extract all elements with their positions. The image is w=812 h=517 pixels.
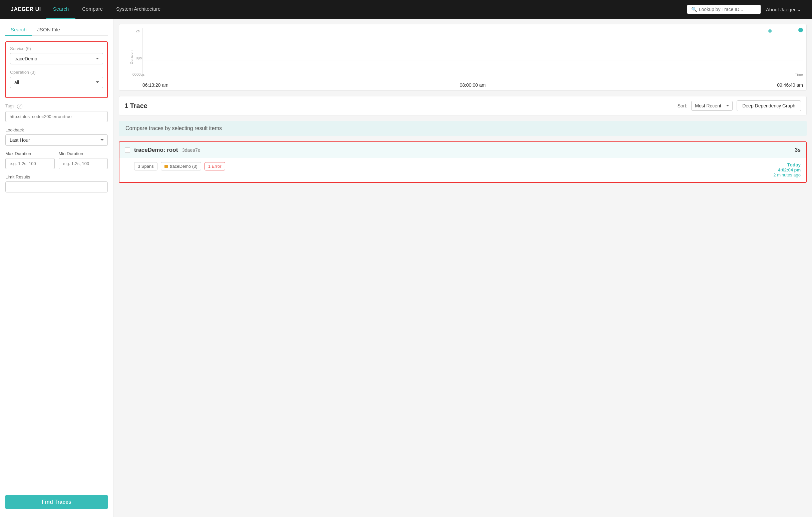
trace-name: traceDemo: root 3daea7e [134, 147, 791, 153]
service-label: Service (6) [10, 46, 103, 51]
trace-select-checkbox[interactable] [125, 147, 130, 153]
operation-field: Operation (3) all [10, 70, 103, 88]
trace-card-header[interactable]: traceDemo: root 3daea7e 3s [119, 142, 806, 158]
max-duration-field: Max Duration [5, 151, 55, 169]
service-select[interactable]: traceDemo [10, 53, 103, 64]
chart-y-label-2s: 2s [136, 29, 140, 33]
brand-logo: JAEGER UI [5, 6, 47, 12]
main-layout: Search JSON File Service (6) traceDemo O… [0, 19, 812, 517]
find-traces-button[interactable]: Find Traces [5, 495, 108, 509]
sort-label: Sort: [677, 103, 688, 108]
compare-hint-bar: Compare traces by selecting result items [119, 121, 807, 136]
nav-item-compare[interactable]: Compare [76, 0, 109, 19]
chart-x-label-2: 08:00:00 am [460, 82, 486, 88]
chart-svg [143, 28, 803, 77]
trace-id-search-box: 🔍 [687, 5, 761, 14]
min-duration-input[interactable] [59, 158, 108, 169]
results-count: 1 Trace [124, 102, 673, 110]
trace-meta: 3 Spans traceDemo (3) 1 Error [134, 162, 768, 170]
chart-x-label-3: 09:46:40 am [777, 82, 803, 88]
navbar: JAEGER UI Search Compare System Architec… [0, 0, 812, 19]
chart-y-label-0000: 0000μs [133, 73, 144, 76]
service-operation-section: Service (6) traceDemo Operation (3) all [5, 41, 108, 98]
chart-y-title: Duration [129, 50, 134, 64]
about-jaeger-menu[interactable]: About Jaeger ⌄ [761, 6, 807, 12]
trace-time-info: Today 4:02:04 pm 2 minutes ago [773, 162, 801, 177]
sidebar: Search JSON File Service (6) traceDemo O… [0, 19, 113, 517]
min-duration-field: Min Duration [59, 151, 108, 169]
max-duration-label: Max Duration [5, 151, 55, 156]
trace-ago: 2 minutes ago [773, 172, 801, 177]
service-field: Service (6) traceDemo [10, 46, 103, 64]
chart-x-labels: 06:13:20 am 08:00:00 am 09:46:40 am [142, 82, 803, 88]
spans-badge[interactable]: 3 Spans [134, 162, 157, 170]
lookback-field: Lookback Last Hour Last 2 Hours Last 6 H… [5, 127, 108, 146]
tags-help-icon[interactable]: ? [17, 104, 22, 109]
lookback-select[interactable]: Last Hour Last 2 Hours Last 6 Hours Last… [5, 135, 108, 146]
operation-label: Operation (3) [10, 70, 103, 75]
duration-row: Max Duration Min Duration [5, 151, 108, 169]
svg-point-2 [768, 29, 772, 33]
chart-plot-area [142, 28, 803, 77]
limit-label: Limit Results [5, 174, 108, 179]
deep-dependency-graph-button[interactable]: Deep Dependency Graph [736, 100, 801, 111]
limit-input[interactable]: 20 [5, 181, 108, 193]
results-header: 1 Trace Sort: Most Recent Longest First … [119, 96, 807, 115]
tab-json-file[interactable]: JSON File [32, 24, 65, 36]
trace-date: Today [773, 162, 801, 167]
service-color-dot [165, 165, 168, 168]
tags-input[interactable] [5, 111, 108, 122]
sidebar-tabs: Search JSON File [5, 24, 108, 36]
tab-search[interactable]: Search [5, 24, 32, 36]
search-icon: 🔍 [691, 7, 697, 12]
main-content: Duration 2s 0μs 0000μs 06:13:20 am 08:00… [113, 19, 812, 517]
limit-results-field: Limit Results 20 [5, 174, 108, 193]
trace-duration: 3s [795, 147, 801, 153]
trace-id: 3daea7e [182, 147, 201, 153]
chevron-down-icon: ⌄ [797, 6, 801, 12]
error-badge[interactable]: 1 Error [204, 162, 225, 170]
sort-select[interactable]: Most Recent Longest First Shortest First… [691, 101, 733, 111]
lookback-label: Lookback [5, 127, 108, 133]
nav-item-system-architecture[interactable]: System Architecture [109, 0, 167, 19]
trace-time: 4:02:04 pm [773, 167, 801, 172]
trace-card: traceDemo: root 3daea7e 3s 3 Spans trace… [119, 141, 807, 183]
service-badge[interactable]: traceDemo (3) [161, 162, 201, 170]
tags-label: Tags ? [5, 104, 108, 109]
nav-items: Search Compare System Architecture [47, 0, 367, 19]
trace-scatter-chart: Duration 2s 0μs 0000μs 06:13:20 am 08:00… [119, 24, 807, 91]
tags-field: Tags ? [5, 104, 108, 122]
chart-x-label-1: 06:13:20 am [142, 82, 169, 88]
chart-time-label: Time [795, 73, 803, 76]
trace-id-input[interactable] [699, 7, 757, 12]
nav-item-search[interactable]: Search [47, 0, 76, 19]
min-duration-label: Min Duration [59, 151, 108, 156]
chart-y-label-0us: 0μs [136, 56, 142, 60]
about-jaeger-label: About Jaeger [766, 7, 796, 12]
operation-select[interactable]: all [10, 77, 103, 88]
max-duration-input[interactable] [5, 158, 55, 169]
trace-card-body: 3 Spans traceDemo (3) 1 Error Today 4:02… [119, 158, 806, 182]
